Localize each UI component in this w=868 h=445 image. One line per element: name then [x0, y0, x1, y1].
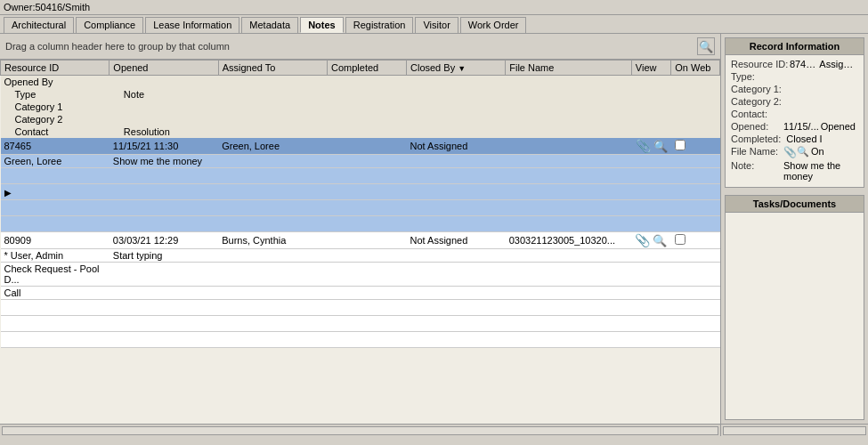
- col-file-name[interactable]: File Name: [506, 61, 632, 76]
- grid-container[interactable]: Resource ID Opened Assigned To Completed…: [0, 60, 720, 424]
- cell-resource-id: 87465: [1, 138, 110, 155]
- col-closed-by[interactable]: Closed By ▼: [407, 61, 506, 76]
- right-hscroll[interactable]: [723, 426, 866, 435]
- sub-note2: Start typing: [110, 249, 720, 263]
- ri-opened-label: Opened:: [731, 121, 780, 132]
- cell-opened: 03/03/21 12:29: [110, 232, 218, 249]
- ri-resource-id-label: Resource ID:: [731, 59, 786, 69]
- bottom-scrollbar[interactable]: [0, 424, 720, 436]
- file-attach-icon2[interactable]: 📎: [635, 233, 650, 247]
- col-opened[interactable]: Opened: [110, 61, 218, 76]
- tab-registration[interactable]: Registration: [345, 17, 414, 33]
- table-empty-row1: [1, 168, 720, 184]
- horizontal-scrollbar[interactable]: [2, 426, 718, 435]
- column-header-row: Resource ID Opened Assigned To Completed…: [1, 61, 720, 76]
- left-panel: Drag a column header here to group by th…: [0, 34, 721, 436]
- ri-resource-id-value: 87465: [790, 59, 815, 69]
- table-sub-row3: Check Request - Pool D...: [1, 263, 720, 287]
- tab-compliance[interactable]: Compliance: [76, 17, 143, 33]
- main-container: Drag a column header here to group by th…: [0, 34, 868, 436]
- cell-closed-by: Not Assigned: [407, 138, 506, 155]
- cell-completed: [328, 232, 407, 249]
- toolbar: Drag a column header here to group by th…: [0, 34, 720, 60]
- cell-resource-id: 80909: [1, 232, 110, 249]
- cell-file-name: 030321123005_10320...: [506, 232, 632, 249]
- cell-assigned-to: Burns, Cynthia: [218, 232, 327, 249]
- ri-contact-label: Contact:: [731, 109, 780, 119]
- table-empty-row2: [1, 200, 720, 216]
- notes-table: Resource ID Opened Assigned To Completed…: [0, 60, 720, 348]
- sort-arrow: ▼: [458, 64, 466, 73]
- tab-metadata[interactable]: Metadata: [241, 17, 298, 33]
- group-category2: Category 2: [1, 113, 720, 125]
- drag-hint: Drag a column header here to group by th…: [5, 41, 230, 52]
- col-assigned-to[interactable]: Assigned To: [218, 61, 327, 76]
- sub-label2: * User, Admin: [1, 249, 110, 263]
- table-sub-row4: Call: [1, 287, 720, 300]
- cell-completed: [328, 138, 407, 155]
- tasks-docs-header: Tasks/Documents: [726, 196, 864, 213]
- tab-lease[interactable]: Lease Information: [145, 17, 239, 33]
- tab-notes[interactable]: Notes: [300, 17, 344, 33]
- expand-icon[interactable]: ▶: [4, 188, 12, 198]
- ri-completed-label: Completed:: [731, 134, 781, 144]
- owner-bar: Owner: 50416/Smith: [0, 0, 868, 15]
- table-sub-row: Green, Loree Show me the money: [1, 155, 720, 168]
- tab-architectural[interactable]: Architectural: [4, 17, 74, 33]
- tab-workorder[interactable]: Work Order: [460, 17, 527, 33]
- magnify-icon2[interactable]: 🔍: [653, 234, 667, 247]
- table-expand-row[interactable]: ▶: [1, 184, 720, 200]
- file-icon-small[interactable]: 📎: [783, 146, 797, 158]
- cell-opened: 11/15/21 11:30: [110, 138, 218, 155]
- cell-on-web[interactable]: [671, 138, 720, 155]
- right-scrollbar[interactable]: [721, 424, 868, 436]
- cell-on-web2[interactable]: [671, 232, 720, 249]
- ri-opened-value: 11/15/...: [783, 121, 819, 132]
- ri-opened-right: Opened: [821, 121, 856, 132]
- group-opened-by: Opened By: [1, 76, 720, 89]
- tasks-docs-body: [726, 213, 864, 284]
- sub-label4: Call: [1, 287, 110, 300]
- owner-label: Owner:: [4, 2, 35, 12]
- tab-visitor[interactable]: Visitor: [415, 17, 458, 33]
- table-row[interactable]: 80909 03/03/21 12:29 Burns, Cynthia Not …: [1, 232, 720, 249]
- table-row[interactable]: 87465 11/15/21 11:30 Green, Loree Not As…: [1, 138, 720, 155]
- ri-cat1-row: Category 1:: [731, 84, 858, 94]
- record-info-body: Resource ID: 87465 Assigned Type: Catego…: [726, 55, 864, 187]
- ri-type-label: Type:: [731, 71, 780, 82]
- sub-label3: Check Request - Pool D...: [1, 263, 110, 287]
- col-resource-id[interactable]: Resource ID: [1, 61, 110, 76]
- right-panel: Record Information Resource ID: 87465 As…: [721, 34, 868, 436]
- record-info-section: Record Information Resource ID: 87465 As…: [725, 37, 864, 188]
- owner-value: 50416/Smith: [35, 2, 90, 12]
- ri-opened-row: Opened: 11/15/... Opened: [731, 121, 858, 132]
- ri-note-label: Note:: [731, 160, 780, 182]
- col-view[interactable]: View: [631, 61, 670, 76]
- ri-filename-value: On: [811, 146, 824, 158]
- cell-assigned-to: Green, Loree: [218, 138, 327, 155]
- table-sub-row2: * User, Admin Start typing: [1, 249, 720, 263]
- group-contact: Contact Resolution: [1, 125, 720, 138]
- file-attach-icon[interactable]: 📎: [636, 139, 651, 153]
- table-empty-row4: [1, 300, 720, 316]
- table-empty-row5: [1, 316, 720, 332]
- mag-icon-small[interactable]: 🔍: [797, 146, 809, 158]
- ri-cat2-row: Category 2:: [731, 96, 858, 107]
- ri-filename-label: File Name:: [731, 146, 780, 158]
- ri-completed-row: Completed: Closed I: [731, 134, 858, 144]
- group-category1: Category 1: [1, 101, 720, 113]
- col-completed[interactable]: Completed: [328, 61, 407, 76]
- col-on-web[interactable]: On Web: [671, 61, 720, 76]
- cell-closed-by: Not Assigned: [407, 232, 506, 249]
- ri-type-row: Type:: [731, 71, 858, 82]
- ri-closed-label: Closed I: [786, 134, 822, 144]
- search-button[interactable]: 🔍: [697, 37, 715, 55]
- sub-note: Show me the money: [110, 155, 720, 168]
- magnify-icon[interactable]: 🔍: [653, 140, 668, 153]
- group-type: Type Note: [1, 88, 720, 101]
- table-empty-row6: [1, 332, 720, 348]
- ri-filename-row: File Name: 📎 🔍 On: [731, 146, 858, 158]
- table-empty-row3: [1, 216, 720, 232]
- ri-note-value: Show me the money: [783, 160, 858, 182]
- ri-cat2-label: Category 2:: [731, 96, 782, 107]
